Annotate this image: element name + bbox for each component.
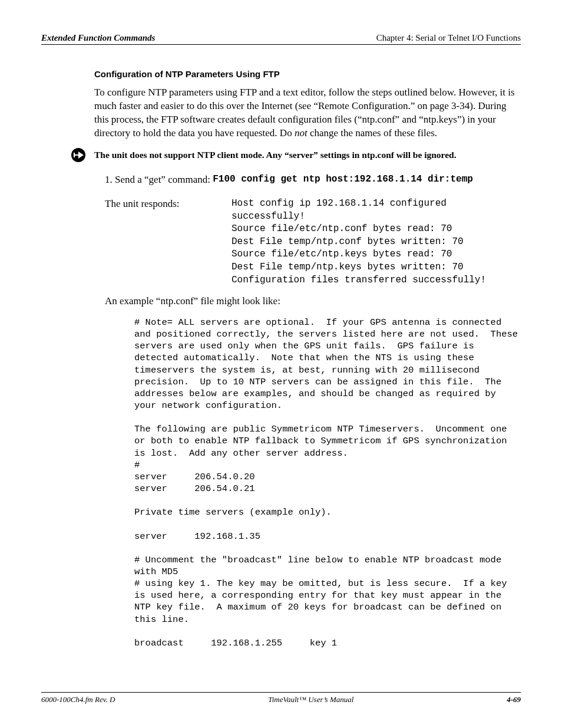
page-footer: 6000-100Ch4.fm Rev. D TimeVault™ User’s …: [41, 692, 521, 704]
response-body: Host config ip 192.168.1.14 configured s…: [232, 197, 486, 286]
step-1: 1. Send a “get” command: F100 config get…: [105, 173, 521, 187]
header-right: Chapter 4: Serial or Telnet I/O Function…: [376, 33, 521, 43]
intro-text-b: change the names of these files.: [308, 127, 437, 139]
footer-left: 6000-100Ch4.fm Rev. D: [41, 695, 115, 704]
note-row: The unit does not support NTP client mod…: [71, 147, 521, 163]
response-row: The unit responds: Host config ip 192.16…: [105, 197, 521, 286]
footer-center: TimeVault™ User’s Manual: [268, 695, 353, 704]
note-text: The unit does not support NTP client mod…: [94, 149, 457, 162]
page-header: Extended Function Commands Chapter 4: Se…: [41, 33, 521, 45]
section-title: Configuration of NTP Parameters Using FT…: [94, 68, 521, 80]
response-label: The unit responds:: [105, 197, 232, 286]
page: Extended Function Commands Chapter 4: Se…: [0, 0, 562, 728]
intro-not: not: [295, 127, 308, 139]
step-1-command: F100 config get ntp host:192.168.1.14 di…: [213, 173, 473, 186]
content: Configuration of NTP Parameters Using FT…: [94, 68, 521, 649]
step-1-content: 1. Send a “get” command: F100 config get…: [105, 173, 473, 187]
footer-right: 4-69: [507, 695, 521, 704]
header-left: Extended Function Commands: [41, 33, 155, 43]
arrow-note-icon: [71, 147, 86, 163]
example-label: An example “ntp.conf” file might look li…: [105, 295, 521, 308]
step-1-command-text: F100 config get ntp host:192.168.1.14 di…: [213, 173, 473, 186]
intro-paragraph: To configure NTP parameters using FTP an…: [94, 86, 521, 140]
step-1-label: 1. Send a “get” command:: [105, 174, 213, 185]
ntp-conf-example: # Note= ALL servers are optional. If you…: [134, 317, 521, 649]
